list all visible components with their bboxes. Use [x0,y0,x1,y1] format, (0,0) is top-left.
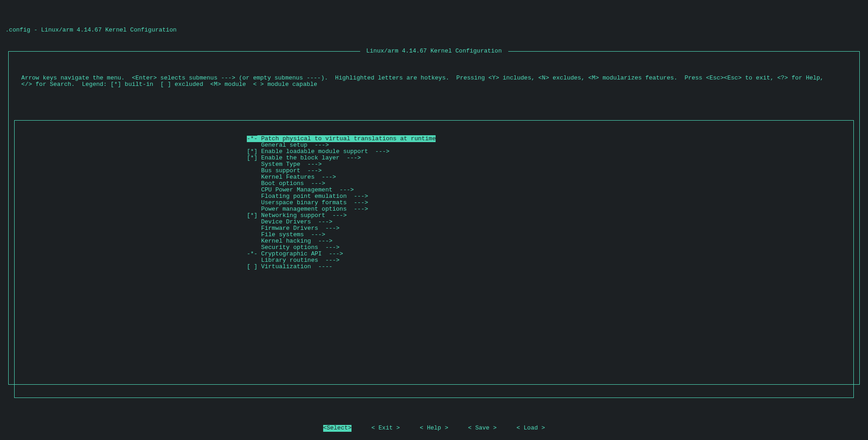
menu-item-label: File systems ---> [257,231,325,238]
menu-item-17[interactable]: Security options ---> [247,244,853,251]
menu-item-20[interactable]: [ ] Virtualization ---- [247,264,853,270]
menu-item-8[interactable]: CPU Power Management ---> [247,187,853,193]
menu-item-label: Boot options ---> [257,180,325,187]
menu-item-mark [247,168,257,174]
menu-item-mark [247,225,257,232]
menu-item-mark [247,174,257,180]
menu-item-mark: -*- [247,136,257,142]
menu-item-mark: [ ] [247,264,257,270]
button-exit[interactable]: < Exit > [371,425,399,431]
menu-item-15[interactable]: File systems ---> [247,232,853,238]
menu-item-label: Virtualization ---- [257,263,332,270]
menu-item-16[interactable]: Kernel hacking ---> [247,238,853,244]
menu-item-mark [247,161,257,168]
button-select[interactable]: <Select> [323,425,351,431]
menu-item-mark [247,257,257,264]
menu-item-mark: -*- [247,251,257,257]
menu-item-2[interactable]: [*] Enable loadable module support ---> [247,148,853,155]
menu-item-10[interactable]: Userspace binary formats ---> [247,200,853,206]
menu-item-label: Security options ---> [257,244,339,251]
menu-item-label: Cryptographic API ---> [257,250,343,257]
menu-item-mark [247,219,257,225]
menu-item-label: Networking support ---> [257,212,346,219]
menu-item-9[interactable]: Floating point emulation ---> [247,193,853,200]
menu-item-mark [247,193,257,200]
menu-item-mark [247,238,257,244]
menu-item-3[interactable]: [*] Enable the block layer ---> [247,155,853,161]
menu-item-0[interactable]: -*- Patch physical to virtual translatio… [247,136,853,142]
menu-item-mark [247,206,257,212]
help-text: Arrow keys navigate the menu. <Enter> se… [14,75,854,88]
button-load[interactable]: < Load > [517,425,545,431]
menu-item-18[interactable]: -*- Cryptographic API ---> [247,251,853,257]
menu-frame: -*- Patch physical to virtual translatio… [14,120,854,398]
menu-item-1[interactable]: General setup ---> [247,142,853,148]
button-bar: <Select> < Exit > < Help > < Save > < Lo… [14,425,854,431]
menu-item-5[interactable]: Bus support ---> [247,168,853,174]
menu-item-mark [247,244,257,251]
menu-item-mark [247,200,257,206]
button-save[interactable]: < Save > [468,425,496,431]
config-title: .config - Linux/arm 4.14.67 Kernel Confi… [0,26,868,34]
menu-item-6[interactable]: Kernel Features ---> [247,174,853,180]
menu-item-11[interactable]: Power management options ---> [247,206,853,212]
menu-item-14[interactable]: Firmware Drivers ---> [247,225,853,232]
menu-list: -*- Patch physical to virtual translatio… [247,136,853,270]
menu-item-label: Firmware Drivers ---> [257,225,339,232]
menu-item-7[interactable]: Boot options ---> [247,180,853,187]
menu-item-label: Device Drivers ---> [257,218,332,225]
menu-item-label: Floating point emulation ---> [257,193,368,200]
menu-item-mark [247,232,257,238]
menu-item-label: Patch physical to virtual translations a… [257,135,436,142]
menu-item-19[interactable]: Library routines ---> [247,257,853,264]
menu-item-label: CPU Power Management ---> [257,186,354,193]
menu-item-label: Power management options ---> [257,206,368,212]
box-title: Linux/arm 4.14.67 Kernel Configuration [360,48,508,54]
menu-item-label: System Type ---> [257,161,321,168]
menu-item-label: Kernel hacking ---> [257,238,332,244]
menu-item-label: General setup ---> [257,142,329,148]
menu-item-4[interactable]: System Type ---> [247,161,853,168]
outer-frame: Linux/arm 4.14.67 Kernel Configuration A… [8,51,860,385]
menu-item-mark: [*] [247,148,257,155]
menu-item-mark [247,187,257,193]
menu-item-12[interactable]: [*] Networking support ---> [247,212,853,219]
menu-item-label: Library routines ---> [257,257,339,264]
menu-item-mark [247,142,257,148]
menu-item-label: Enable the block layer ---> [257,154,361,161]
menu-item-mark [247,180,257,187]
menu-item-label: Bus support ---> [257,167,321,174]
menu-item-mark: [*] [247,155,257,161]
menu-item-label: Enable loadable module support ---> [257,148,389,155]
menu-item-label: Userspace binary formats ---> [257,199,368,206]
menu-item-mark: [*] [247,212,257,219]
menu-item-13[interactable]: Device Drivers ---> [247,219,853,225]
menu-item-label: Kernel Features ---> [257,174,336,180]
button-help[interactable]: < Help > [420,425,448,431]
